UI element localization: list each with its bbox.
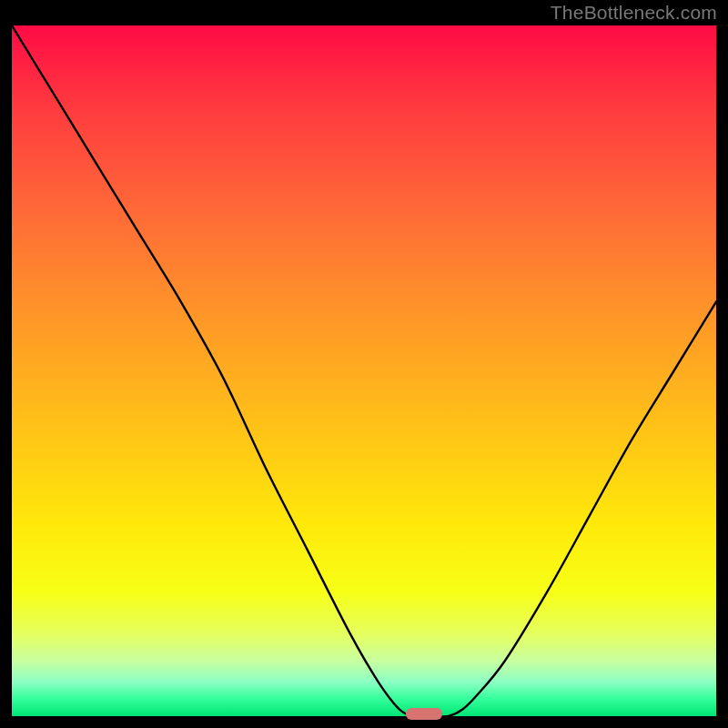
optimal-marker	[406, 708, 442, 720]
plot-area	[12, 25, 716, 716]
watermark-text: TheBottleneck.com	[551, 2, 717, 24]
bottleneck-curve	[12, 25, 716, 716]
chart-frame: TheBottleneck.com	[0, 0, 728, 728]
